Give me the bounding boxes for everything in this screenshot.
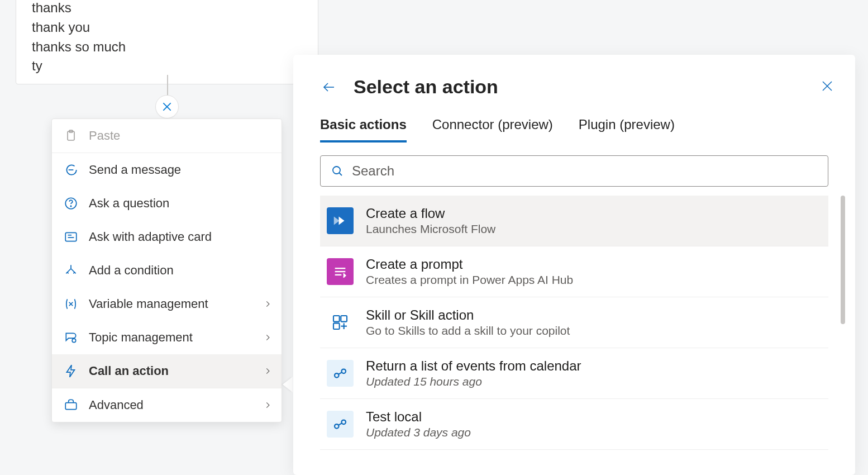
card-icon xyxy=(63,229,79,245)
menu-label: Add a condition xyxy=(89,263,174,278)
back-button[interactable] xyxy=(320,80,338,94)
menu-label: Ask with adaptive card xyxy=(89,230,212,244)
action-create-flow[interactable]: Create a flow Launches Microsoft Flow xyxy=(320,196,828,246)
topic-icon xyxy=(63,330,79,345)
action-title: Return a list of events from calendar xyxy=(366,358,581,374)
trigger-phrase: thanks so much xyxy=(32,37,302,57)
trigger-phrase: thank you xyxy=(32,18,302,37)
svg-rect-19 xyxy=(333,316,340,322)
node-context-menu: Paste Send a message Ask a question Ask … xyxy=(51,118,282,422)
branch-icon xyxy=(63,263,79,278)
svg-point-22 xyxy=(335,373,339,378)
action-title: Skill or Skill action xyxy=(366,307,570,323)
action-skill[interactable]: Skill or Skill action Go to Skills to ad… xyxy=(320,297,828,348)
menu-label: Variable management xyxy=(89,297,208,311)
menu-item-add-condition[interactable]: Add a condition xyxy=(52,254,282,287)
toolbox-icon xyxy=(63,397,79,413)
action-subtitle: Go to Skills to add a skill to your copi… xyxy=(366,324,570,338)
action-subtitle: Creates a prompt in Power Apps AI Hub xyxy=(366,273,573,287)
menu-item-topic-management[interactable]: Topic management xyxy=(52,321,282,354)
chevron-right-icon xyxy=(264,332,271,343)
svg-point-24 xyxy=(335,424,339,429)
close-icon xyxy=(821,79,834,93)
panel-title: Select an action xyxy=(354,76,498,98)
search-box[interactable] xyxy=(320,155,828,187)
menu-item-ask-question[interactable]: Ask a question xyxy=(52,187,282,220)
skill-icon xyxy=(327,309,354,336)
action-title: Test local xyxy=(366,409,471,425)
action-test-local[interactable]: Test local Updated 3 days ago xyxy=(320,399,828,450)
action-create-prompt[interactable]: Create a prompt Creates a prompt in Powe… xyxy=(320,246,828,297)
select-action-panel: Select an action Basic actions Connector… xyxy=(293,55,855,475)
menu-item-adaptive-card[interactable]: Ask with adaptive card xyxy=(52,220,282,254)
menu-item-send-message[interactable]: Send a message xyxy=(52,153,282,187)
menu-label: Ask a question xyxy=(89,196,169,211)
trigger-phrases-card: thanks thank you thanks so much ty xyxy=(16,0,318,84)
action-title: Create a flow xyxy=(366,206,495,221)
svg-point-23 xyxy=(342,369,346,374)
flyout-pointer xyxy=(283,377,293,392)
clipboard-icon xyxy=(63,128,79,144)
add-node-button[interactable] xyxy=(155,95,179,118)
svg-line-15 xyxy=(339,173,342,175)
search-icon xyxy=(331,164,344,178)
search-input[interactable] xyxy=(352,163,818,179)
menu-label: Send a message xyxy=(89,163,181,177)
menu-label: Advanced xyxy=(89,398,144,412)
menu-label: Call an action xyxy=(89,364,169,378)
message-icon xyxy=(63,162,79,178)
menu-item-advanced[interactable]: Advanced xyxy=(52,388,282,422)
cloud-flow-icon xyxy=(327,411,354,438)
close-icon xyxy=(161,101,173,112)
tab-connector[interactable]: Connector (preview) xyxy=(432,117,553,142)
panel-tabs: Basic actions Connector (preview) Plugin… xyxy=(320,117,828,143)
close-button[interactable] xyxy=(821,79,834,93)
action-list: Create a flow Launches Microsoft Flow Cr… xyxy=(320,196,828,450)
flow-icon xyxy=(327,207,354,234)
cloud-flow-icon xyxy=(327,360,354,387)
svg-rect-21 xyxy=(333,323,340,329)
svg-point-5 xyxy=(70,206,71,206)
trigger-phrase: ty xyxy=(32,56,302,76)
tab-plugin[interactable]: Plugin (preview) xyxy=(579,117,675,142)
prompt-icon xyxy=(327,258,354,285)
chevron-right-icon xyxy=(264,365,271,377)
menu-item-call-action[interactable]: Call an action xyxy=(52,354,282,388)
variable-icon xyxy=(63,296,79,312)
menu-item-variable-management[interactable]: Variable management xyxy=(52,287,282,321)
chevron-right-icon xyxy=(264,400,271,411)
menu-label: Topic management xyxy=(89,330,193,345)
chevron-right-icon xyxy=(264,298,271,310)
action-subtitle: Updated 3 days ago xyxy=(366,426,471,439)
action-calendar-events[interactable]: Return a list of events from calendar Up… xyxy=(320,348,828,399)
scrollbar[interactable] xyxy=(841,196,845,324)
svg-rect-20 xyxy=(341,316,347,322)
svg-rect-10 xyxy=(65,403,77,410)
svg-point-9 xyxy=(72,339,76,343)
svg-point-25 xyxy=(342,420,346,425)
menu-label: Paste xyxy=(89,129,120,143)
action-subtitle: Launches Microsoft Flow xyxy=(366,222,495,236)
action-subtitle: Updated 15 hours ago xyxy=(366,375,581,388)
lightning-icon xyxy=(63,363,79,379)
svg-rect-6 xyxy=(65,232,77,241)
trigger-phrase: thanks xyxy=(32,0,302,18)
action-title: Create a prompt xyxy=(366,256,573,272)
arrow-left-icon xyxy=(320,80,338,94)
question-icon xyxy=(63,196,79,211)
menu-item-paste[interactable]: Paste xyxy=(52,119,282,153)
tab-basic-actions[interactable]: Basic actions xyxy=(320,117,407,142)
